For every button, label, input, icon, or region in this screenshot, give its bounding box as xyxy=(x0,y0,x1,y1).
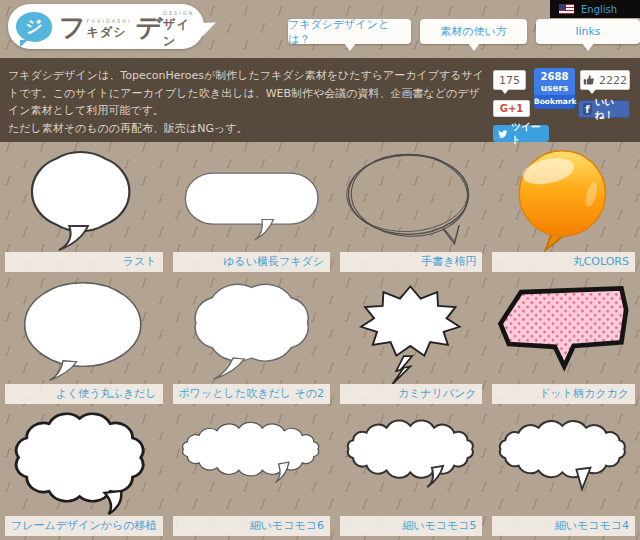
bubble-label: ポワッとした吹きだし その2 xyxy=(173,384,330,404)
facebook-like-label: いいね！ xyxy=(595,96,625,122)
bubble-card-tegaki-daen[interactable]: 手書き楕円 xyxy=(340,148,483,272)
bubble-thumbnail xyxy=(340,148,483,252)
bubble-card-mokomoko-4[interactable]: 細いモコモコ4 xyxy=(492,412,635,536)
bubble-gallery: ラスト ゆるい横長フキダシ 手 xyxy=(0,142,640,536)
hatena-count: 2688 users xyxy=(534,68,575,95)
bubble-label: ラスト xyxy=(5,252,163,272)
bubble-card-kaminari-punk[interactable]: カミナリパンク xyxy=(340,280,483,404)
bubble-thumbnail xyxy=(340,280,483,384)
description-line-1: フキダシデザインは、TopeconHeroesが制作したフキダシ素材をひたすらア… xyxy=(8,69,484,117)
bubble-label: 細いモコモコ5 xyxy=(340,516,483,536)
logo-text: フ FUKIDASHI キダシ デ DESIGN ザイン xyxy=(59,4,198,50)
bubble-thumbnail xyxy=(5,280,163,384)
bubble-label: ゆるい横長フキダシ xyxy=(173,252,330,272)
twitter-bird-icon xyxy=(498,128,508,140)
nav-howto-button[interactable]: 素材の使い方 xyxy=(420,19,527,44)
bubble-card-maru-fukidashi[interactable]: よく使う丸ふきだし xyxy=(5,280,163,404)
bubble-label: 細いモコモコ4 xyxy=(492,516,635,536)
gplus-label: G+1 xyxy=(500,103,524,114)
nav-about-label: フキダシデザインとは？ xyxy=(288,17,411,47)
bubble-thumbnail xyxy=(340,412,483,516)
logo-big-de: デ xyxy=(136,14,163,40)
bubble-label: フレームデザインからの移植 xyxy=(5,516,163,536)
site-description: フキダシデザインは、TopeconHeroesが制作したフキダシ素材をひたすらア… xyxy=(8,67,490,142)
logo-kana-kidashi: キダシ xyxy=(87,24,132,41)
bubble-thumbnail xyxy=(492,412,635,516)
bubble-thumbnail xyxy=(173,148,330,252)
bubble-label: カミナリパンク xyxy=(340,384,483,404)
site-header: ジ フ FUKIDASHI キダシ デ DESIGN ザイン English xyxy=(0,0,640,58)
bubble-card-maru-colors[interactable]: 丸COLORS xyxy=(492,148,635,272)
bubble-card-yurui-yokonaga[interactable]: ゆるい横長フキダシ xyxy=(173,148,330,272)
logo-big-fu: フ xyxy=(59,14,86,40)
site-logo[interactable]: ジ フ FUKIDASHI キダシ デ DESIGN ザイン xyxy=(8,4,204,49)
logo-kana-zain: ザイン xyxy=(163,16,194,50)
facebook-like-button[interactable]: f いいね！ xyxy=(578,100,630,118)
hatena-bookmark-button[interactable]: 2688 users Bookmark xyxy=(534,68,575,109)
bubble-card-mokomoko-5[interactable]: 細いモコモコ5 xyxy=(340,412,483,536)
bubble-label: 細いモコモコ6 xyxy=(173,516,330,536)
bubble-thumbnail xyxy=(492,148,635,252)
bubble-card-rasuto[interactable]: ラスト xyxy=(5,148,163,272)
gplus-button[interactable]: G+1 xyxy=(493,100,530,117)
bubble-card-dot-kakukaku[interactable]: ドット柄カクカク xyxy=(492,280,635,404)
language-label: English xyxy=(581,4,617,15)
main-nav: フキダシデザインとは？ 素材の使い方 links xyxy=(288,19,640,44)
bubble-card-mokomoko-6[interactable]: 細いモコモコ6 xyxy=(173,412,330,536)
intro-band: フキダシデザインは、TopeconHeroesが制作したフキダシ素材をひたすらア… xyxy=(0,58,640,142)
thumbs-up-icon xyxy=(583,74,595,86)
bubble-thumbnail xyxy=(173,412,330,516)
logo-speech-bubble-icon: ジ xyxy=(16,12,52,42)
bubble-card-frame-design[interactable]: フレームデザインからの移植 xyxy=(5,412,163,536)
facebook-count: 2222 xyxy=(580,70,630,90)
gplus-count: 175 xyxy=(493,70,526,90)
bubble-thumbnail xyxy=(173,280,330,384)
bubble-label: よく使う丸ふきだし xyxy=(5,384,163,404)
bubble-thumbnail xyxy=(5,148,163,252)
social-widgets: 175 G+1 2688 users Bookmark 2222 f いい xyxy=(490,67,632,142)
nav-about-button[interactable]: フキダシデザインとは？ xyxy=(288,19,411,44)
bubble-card-powatto-2[interactable]: ポワッとした吹きだし その2 xyxy=(173,280,330,404)
nav-links-label: links xyxy=(575,25,600,38)
us-flag-icon xyxy=(559,4,574,14)
nav-howto-label: 素材の使い方 xyxy=(440,24,507,39)
tweet-button[interactable]: ツイート xyxy=(493,125,549,142)
language-switch[interactable]: English xyxy=(550,0,640,18)
bubble-thumbnail xyxy=(5,412,163,516)
bubble-label: 丸COLORS xyxy=(492,252,635,272)
logo-icon-char: ジ xyxy=(25,15,42,38)
nav-links-button[interactable]: links xyxy=(536,19,640,44)
tweet-label: ツイート xyxy=(511,121,544,147)
bubble-thumbnail xyxy=(492,280,635,384)
description-line-2: ただし素材そのものの再配布、販売はNGっす。 xyxy=(8,122,248,135)
hatena-label: Bookmark xyxy=(534,95,575,109)
bubble-label: 手書き楕円 xyxy=(340,252,483,272)
facebook-f-icon: f xyxy=(583,103,592,115)
bubble-label: ドット柄カクカク xyxy=(492,384,635,404)
